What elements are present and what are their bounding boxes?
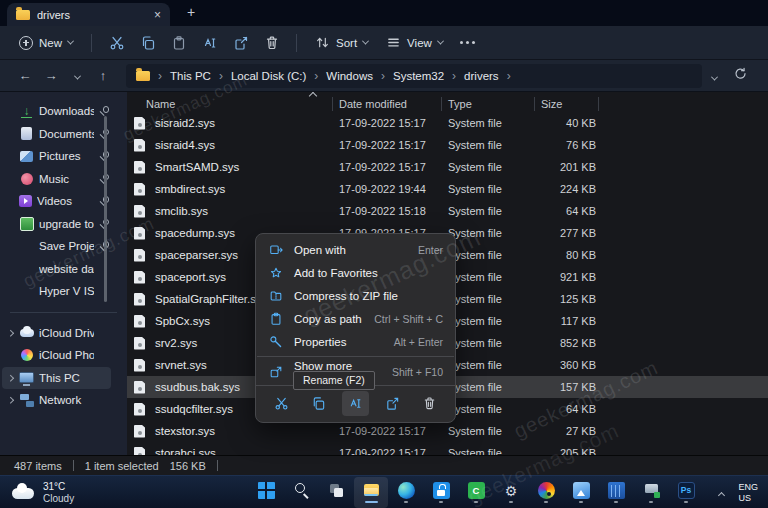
expand-chevron-icon[interactable] (6, 376, 14, 381)
menu-item-label: Compress to ZIP file (294, 290, 398, 302)
rename-button[interactable] (194, 30, 225, 55)
file-name: SmartSAMD.sys (151, 161, 333, 173)
context-menu-item-compress-to-zip[interactable]: Compress to ZIP file (256, 284, 455, 307)
sidebar-item[interactable]: Downloads (2, 100, 111, 123)
forward-button[interactable]: → (38, 68, 64, 83)
context-menu-item-copy-as-path[interactable]: Copy as path Ctrl + Shift + C (256, 307, 455, 330)
delete-button[interactable] (416, 391, 443, 416)
paint-icon[interactable] (529, 477, 563, 508)
photos-icon[interactable] (564, 477, 598, 508)
file-size: 921 KB (535, 271, 599, 283)
more-options-icon[interactable] (460, 41, 463, 44)
photoshop-icon[interactable]: Ps (669, 477, 703, 508)
remote-desktop-icon[interactable] (634, 477, 668, 508)
edge-icon[interactable] (389, 477, 423, 508)
share-button[interactable] (379, 391, 406, 416)
sidebar-item[interactable]: iCloud Drive (2, 322, 111, 345)
file-size: 277 KB (535, 227, 599, 239)
context-menu-item-properties[interactable]: Properties Alt + Enter (256, 330, 455, 353)
copy-button[interactable] (305, 391, 332, 416)
breadcrumb-segment[interactable]: This PC (170, 70, 211, 82)
breadcrumb-segment[interactable]: Local Disk (C:) (231, 70, 306, 82)
system-file-icon (134, 293, 145, 306)
file-date-modified: 17-09-2022 15:17 (333, 161, 442, 173)
column-headers: Name Date modified Type Size (134, 95, 599, 112)
sidebar-item[interactable]: This PC (2, 367, 111, 390)
paste-button[interactable] (163, 30, 194, 55)
weather-condition: Cloudy (43, 493, 74, 505)
sidebar-item[interactable]: Documents (2, 123, 111, 146)
expand-menu-icon (268, 365, 284, 379)
expand-chevron-icon[interactable] (6, 398, 14, 403)
file-row[interactable]: sisraid4.sys 17-09-2022 15:17 System fil… (127, 134, 768, 156)
breadcrumb-segment[interactable]: System32 (393, 70, 444, 82)
system-file-icon (134, 205, 145, 218)
toolbar-divider (296, 34, 297, 52)
column-header-type[interactable]: Type (442, 97, 535, 111)
explorer-tab[interactable]: drivers × (7, 3, 170, 26)
file-date-modified: 17-09-2022 15:18 (333, 205, 442, 217)
share-button[interactable] (225, 30, 256, 55)
store-icon[interactable] (424, 477, 458, 508)
context-menu-item-open-with[interactable]: Open with Enter (256, 238, 455, 261)
camtasia-icon[interactable]: C (459, 477, 493, 508)
cloud-icon (12, 488, 34, 499)
back-button[interactable]: ← (12, 68, 38, 83)
file-row[interactable]: smbdirect.sys 17-09-2022 19:44 System fi… (127, 178, 768, 200)
up-button[interactable]: ↑ (90, 68, 116, 83)
sidebar-item[interactable]: Pictures (2, 145, 111, 168)
sidebar-item[interactable]: upgrade to w (2, 213, 111, 236)
copy-button[interactable] (132, 30, 163, 55)
refresh-button[interactable] (733, 66, 748, 85)
address-dropdown-icon[interactable] (712, 67, 717, 85)
breadcrumb[interactable]: › This PC › Local Disk (C:) › Windows (126, 64, 702, 88)
context-menu-item-add-to-favorites[interactable]: Add to Favorites (256, 261, 455, 284)
view-button[interactable]: View (377, 31, 452, 54)
selection-count: 1 item selected (85, 460, 159, 472)
file-size: 360 KB (535, 359, 599, 371)
weather-widget[interactable]: 31°C Cloudy (12, 481, 74, 505)
icloud-photos-icon (19, 348, 34, 362)
sidebar-scrollbar[interactable] (104, 116, 107, 302)
task-view-icon[interactable] (319, 477, 353, 508)
file-row[interactable]: stexstor.sys 17-09-2022 15:17 System fil… (127, 420, 768, 442)
plus-circle-icon (19, 36, 33, 50)
expand-chevron-icon[interactable] (6, 331, 14, 336)
sidebar-item[interactable]: Hyper V ISO DN (2, 280, 111, 303)
sort-button[interactable]: Sort (306, 31, 377, 54)
column-header-name[interactable]: Name (134, 97, 333, 111)
sidebar-item[interactable]: iCloud Photos (2, 344, 111, 367)
file-explorer-icon[interactable] (354, 477, 388, 508)
sidebar-item[interactable]: Music (2, 168, 111, 191)
language-indicator[interactable]: ENG US (738, 482, 758, 504)
delete-button[interactable] (256, 30, 287, 55)
folder-icon (16, 10, 30, 20)
documents-icon (19, 127, 34, 141)
cut-button[interactable] (101, 30, 132, 55)
start-icon[interactable] (249, 477, 283, 508)
sidebar-item[interactable]: website data (2, 258, 111, 281)
star-icon (268, 266, 284, 280)
tab-close-icon[interactable]: × (154, 9, 161, 21)
file-row[interactable]: smclib.sys 17-09-2022 15:18 System file … (127, 200, 768, 222)
tray-expand-icon[interactable] (719, 484, 724, 502)
breadcrumb-segment[interactable]: drivers (464, 70, 499, 82)
sidebar-item[interactable]: Save Projects (2, 235, 111, 258)
settings-gear-icon[interactable]: ⚙ (494, 477, 528, 508)
chevron-down-icon (67, 38, 74, 45)
sidebar-item[interactable]: Videos (2, 190, 111, 213)
recent-locations-button[interactable] (64, 68, 90, 83)
sidebar-item[interactable]: Network (2, 389, 111, 412)
new-button[interactable]: New (10, 32, 82, 54)
search-icon[interactable] (284, 477, 318, 508)
cut-button[interactable] (268, 391, 295, 416)
column-header-size[interactable]: Size (535, 97, 599, 111)
new-tab-button[interactable]: + (187, 4, 195, 20)
column-header-date-modified[interactable]: Date modified (333, 97, 442, 111)
file-row[interactable]: storahci.sys 17-09-2022 15:17 System fil… (127, 442, 768, 455)
file-row[interactable]: SmartSAMD.sys 17-09-2022 15:17 System fi… (127, 156, 768, 178)
breadcrumb-segment[interactable]: Windows (326, 70, 373, 82)
office-buildings-icon[interactable] (599, 477, 633, 508)
file-row[interactable]: sisraid2.sys 17-09-2022 15:17 System fil… (127, 112, 768, 134)
rename-button[interactable] (342, 391, 369, 416)
